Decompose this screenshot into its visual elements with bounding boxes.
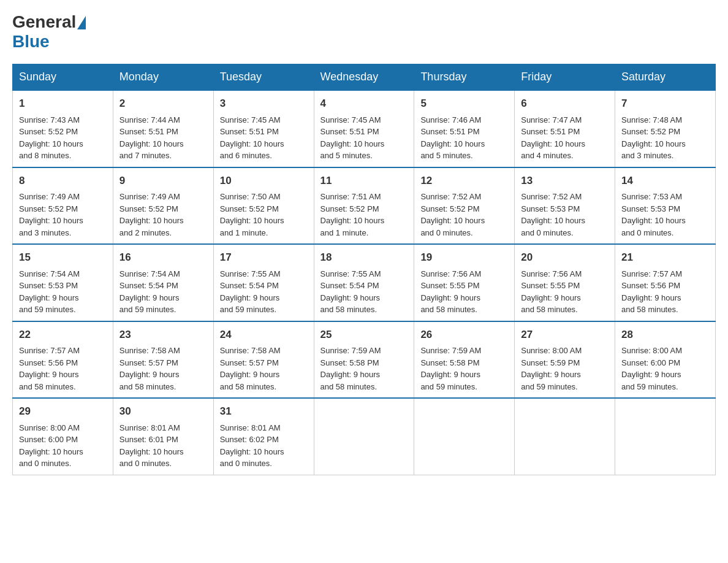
day-number: 25 [320,327,408,343]
day-number: 12 [420,173,508,189]
day-info: Sunrise: 8:01 AMSunset: 6:01 PMDaylight:… [119,423,184,469]
day-info: Sunrise: 7:46 AMSunset: 5:51 PMDaylight:… [420,115,485,161]
day-number: 19 [420,250,508,266]
day-number: 4 [320,96,408,112]
day-info: Sunrise: 7:44 AMSunset: 5:51 PMDaylight:… [119,115,184,161]
calendar-cell: 14Sunrise: 7:53 AMSunset: 5:53 PMDayligh… [615,167,716,245]
day-info: Sunrise: 8:00 AMSunset: 6:00 PMDaylight:… [621,346,682,391]
day-number: 16 [119,250,207,266]
calendar-cell: 13Sunrise: 7:52 AMSunset: 5:53 PMDayligh… [515,167,615,245]
day-info: Sunrise: 8:00 AMSunset: 5:59 PMDaylight:… [521,346,582,391]
calendar-cell: 3Sunrise: 7:45 AMSunset: 5:51 PMDaylight… [213,90,314,167]
day-number: 3 [220,96,308,112]
day-number: 30 [119,404,207,419]
calendar-cell: 10Sunrise: 7:50 AMSunset: 5:52 PMDayligh… [213,167,314,245]
weekday-header: Sunday [13,64,113,91]
calendar-cell [314,398,414,475]
calendar-cell: 28Sunrise: 8:00 AMSunset: 6:00 PMDayligh… [615,321,716,399]
day-info: Sunrise: 7:50 AMSunset: 5:52 PMDaylight:… [220,192,284,237]
weekday-header: Thursday [414,64,515,91]
day-info: Sunrise: 7:55 AMSunset: 5:54 PMDaylight:… [320,269,381,315]
day-info: Sunrise: 7:45 AMSunset: 5:51 PMDaylight:… [220,115,284,161]
calendar-cell [615,398,716,475]
calendar-cell: 12Sunrise: 7:52 AMSunset: 5:52 PMDayligh… [414,167,515,245]
calendar-cell: 1Sunrise: 7:43 AMSunset: 5:52 PMDaylight… [13,90,113,167]
calendar-cell: 25Sunrise: 7:59 AMSunset: 5:58 PMDayligh… [314,321,414,399]
day-number: 17 [220,250,308,266]
day-number: 8 [19,173,107,189]
day-number: 1 [19,96,107,112]
calendar-cell: 16Sunrise: 7:54 AMSunset: 5:54 PMDayligh… [113,244,213,321]
logo-general-text: General [12,12,76,32]
calendar-cell: 29Sunrise: 8:00 AMSunset: 6:00 PMDayligh… [13,398,113,475]
day-number: 29 [19,404,107,419]
calendar-cell: 31Sunrise: 8:01 AMSunset: 6:02 PMDayligh… [213,398,314,475]
day-info: Sunrise: 7:57 AMSunset: 5:56 PMDaylight:… [19,346,80,391]
day-info: Sunrise: 7:58 AMSunset: 5:57 PMDaylight:… [220,346,281,391]
weekday-header: Wednesday [314,64,414,91]
logo-blue-text: Blue [12,32,50,52]
day-number: 24 [220,327,308,343]
calendar-cell: 4Sunrise: 7:45 AMSunset: 5:51 PMDaylight… [314,90,414,167]
day-info: Sunrise: 7:54 AMSunset: 5:53 PMDaylight:… [19,269,80,315]
day-number: 21 [621,250,709,266]
day-info: Sunrise: 7:56 AMSunset: 5:55 PMDaylight:… [521,269,582,315]
day-info: Sunrise: 7:49 AMSunset: 5:52 PMDaylight:… [19,192,83,237]
calendar-cell: 19Sunrise: 7:56 AMSunset: 5:55 PMDayligh… [414,244,515,321]
calendar-cell: 2Sunrise: 7:44 AMSunset: 5:51 PMDaylight… [113,90,213,167]
day-info: Sunrise: 7:58 AMSunset: 5:57 PMDaylight:… [119,346,180,391]
weekday-header: Saturday [615,64,716,91]
calendar-cell [515,398,615,475]
calendar-cell: 18Sunrise: 7:55 AMSunset: 5:54 PMDayligh… [314,244,414,321]
day-number: 11 [320,173,408,189]
day-info: Sunrise: 7:52 AMSunset: 5:52 PMDaylight:… [420,192,485,237]
day-info: Sunrise: 7:56 AMSunset: 5:55 PMDaylight:… [420,269,481,315]
calendar-cell: 23Sunrise: 7:58 AMSunset: 5:57 PMDayligh… [113,321,213,399]
calendar-cell: 6Sunrise: 7:47 AMSunset: 5:51 PMDaylight… [515,90,615,167]
day-info: Sunrise: 7:49 AMSunset: 5:52 PMDaylight:… [119,192,184,237]
day-info: Sunrise: 7:57 AMSunset: 5:56 PMDaylight:… [621,269,682,315]
day-info: Sunrise: 7:59 AMSunset: 5:58 PMDaylight:… [420,346,481,391]
day-number: 2 [119,96,207,112]
day-number: 10 [220,173,308,189]
day-number: 18 [320,250,408,266]
day-info: Sunrise: 7:43 AMSunset: 5:52 PMDaylight:… [19,115,83,161]
calendar-cell: 20Sunrise: 7:56 AMSunset: 5:55 PMDayligh… [515,244,615,321]
calendar-cell: 11Sunrise: 7:51 AMSunset: 5:52 PMDayligh… [314,167,414,245]
weekday-header: Friday [515,64,615,91]
page-header: General Blue [12,12,716,52]
day-info: Sunrise: 7:59 AMSunset: 5:58 PMDaylight:… [320,346,381,391]
day-info: Sunrise: 7:54 AMSunset: 5:54 PMDaylight:… [119,269,180,315]
day-number: 13 [521,173,609,189]
calendar-cell: 8Sunrise: 7:49 AMSunset: 5:52 PMDaylight… [13,167,113,245]
calendar-cell: 27Sunrise: 8:00 AMSunset: 5:59 PMDayligh… [515,321,615,399]
calendar-cell: 24Sunrise: 7:58 AMSunset: 5:57 PMDayligh… [213,321,314,399]
weekday-header: Tuesday [213,64,314,91]
calendar-cell: 5Sunrise: 7:46 AMSunset: 5:51 PMDaylight… [414,90,515,167]
day-info: Sunrise: 7:45 AMSunset: 5:51 PMDaylight:… [320,115,385,161]
calendar-table: SundayMondayTuesdayWednesdayThursdayFrid… [12,64,716,475]
day-number: 26 [420,327,508,343]
calendar-cell: 7Sunrise: 7:48 AMSunset: 5:52 PMDaylight… [615,90,716,167]
day-number: 14 [621,173,709,189]
logo: General Blue [12,12,87,52]
calendar-cell: 30Sunrise: 8:01 AMSunset: 6:01 PMDayligh… [113,398,213,475]
day-info: Sunrise: 7:47 AMSunset: 5:51 PMDaylight:… [521,115,585,161]
day-number: 22 [19,327,107,343]
day-number: 15 [19,250,107,266]
day-number: 9 [119,173,207,189]
calendar-cell: 17Sunrise: 7:55 AMSunset: 5:54 PMDayligh… [213,244,314,321]
day-number: 27 [521,327,609,343]
day-number: 20 [521,250,609,266]
day-info: Sunrise: 7:53 AMSunset: 5:53 PMDaylight:… [621,192,686,237]
calendar-cell: 9Sunrise: 7:49 AMSunset: 5:52 PMDaylight… [113,167,213,245]
day-number: 31 [220,404,308,419]
calendar-cell: 21Sunrise: 7:57 AMSunset: 5:56 PMDayligh… [615,244,716,321]
calendar-cell: 26Sunrise: 7:59 AMSunset: 5:58 PMDayligh… [414,321,515,399]
calendar-cell: 22Sunrise: 7:57 AMSunset: 5:56 PMDayligh… [13,321,113,399]
day-number: 28 [621,327,709,343]
day-info: Sunrise: 7:52 AMSunset: 5:53 PMDaylight:… [521,192,585,237]
day-info: Sunrise: 7:55 AMSunset: 5:54 PMDaylight:… [220,269,281,315]
day-info: Sunrise: 8:01 AMSunset: 6:02 PMDaylight:… [220,423,284,469]
day-info: Sunrise: 8:00 AMSunset: 6:00 PMDaylight:… [19,423,83,469]
